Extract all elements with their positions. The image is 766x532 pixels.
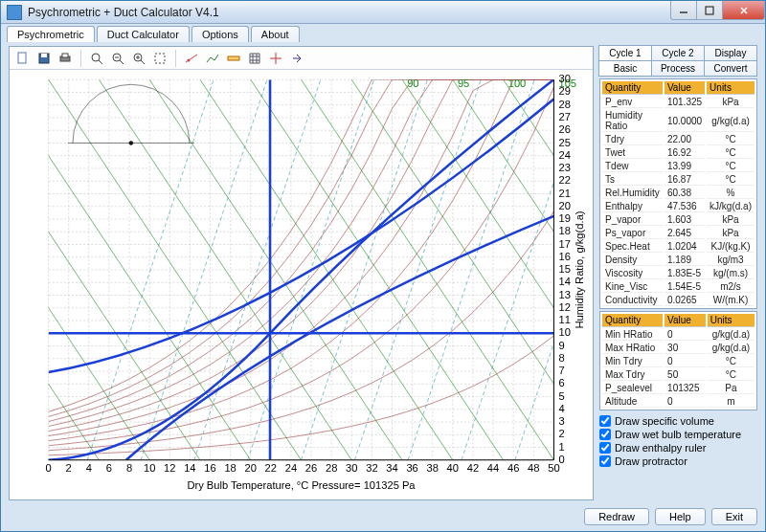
svg-text:14: 14 <box>558 277 570 288</box>
svg-text:5: 5 <box>558 390 564 402</box>
svg-text:30: 30 <box>558 74 570 85</box>
table-row[interactable]: Tdry22.00°C <box>602 134 755 145</box>
svg-text:2: 2 <box>558 429 564 440</box>
svg-text:2: 2 <box>66 462 72 474</box>
ranges-table: QuantityValueUnits Min HRatio0g/kg(d.a)M… <box>599 311 757 410</box>
target-icon[interactable] <box>266 49 285 68</box>
zoom-area-icon[interactable] <box>150 49 169 68</box>
svg-text:25: 25 <box>558 137 570 148</box>
chk-wet-bulb[interactable]: Draw wet bulb temperature <box>599 428 757 441</box>
table-row[interactable]: Min Tdry0°C <box>602 356 755 367</box>
chk-spec-volume[interactable]: Draw specific volume <box>599 414 757 428</box>
svg-text:26: 26 <box>558 124 570 136</box>
zoom-in-icon[interactable] <box>129 49 148 68</box>
zoom-out-icon[interactable] <box>108 49 127 68</box>
table-row[interactable]: Humidity Ratio10.0000g/kg(d.a) <box>602 110 755 132</box>
save-icon[interactable] <box>34 49 54 68</box>
table-row[interactable]: P_env101.325kPa <box>602 97 755 108</box>
svg-text:9: 9 <box>558 340 564 351</box>
svg-rect-4 <box>18 53 26 63</box>
svg-text:18: 18 <box>558 226 570 237</box>
svg-text:1: 1 <box>558 441 564 453</box>
svg-rect-8 <box>62 54 68 57</box>
svg-text:90: 90 <box>407 78 418 90</box>
svg-text:23: 23 <box>558 162 570 173</box>
chk-enthalpy-ruler[interactable]: Draw enthalpy ruler <box>599 441 757 454</box>
maximize-button[interactable] <box>696 1 723 20</box>
svg-text:16: 16 <box>204 462 215 474</box>
svg-line-86 <box>10 80 49 461</box>
table-row[interactable]: Ts16.87°C <box>602 174 755 186</box>
table-row[interactable]: Kine_Visc1.54E-5m2/s <box>602 281 755 293</box>
table-row[interactable]: Max Tdry50°C <box>602 369 755 381</box>
tab-basic[interactable]: Basic <box>598 60 652 77</box>
table-row[interactable]: Conductivity0.0265W/(m.K) <box>602 295 755 306</box>
tab-convert[interactable]: Convert <box>704 60 757 77</box>
redraw-button[interactable]: Redraw <box>584 508 649 525</box>
svg-text:27: 27 <box>558 111 570 122</box>
table-row[interactable]: Viscosity1.83E-5kg/(m.s) <box>602 268 755 279</box>
table-row[interactable]: Altitude0m <box>602 396 755 408</box>
svg-text:48: 48 <box>528 462 539 474</box>
tab-cycle1[interactable]: Cycle 1 <box>598 45 652 61</box>
svg-text:7: 7 <box>558 365 564 376</box>
chk-protractor[interactable]: Draw protractor <box>599 454 757 468</box>
print-icon[interactable] <box>56 49 75 68</box>
svg-text:21: 21 <box>558 188 570 199</box>
svg-text:95: 95 <box>458 78 469 90</box>
svg-text:11: 11 <box>558 314 570 325</box>
tab-duct-calculator[interactable]: Duct Calculator <box>97 26 190 42</box>
table-row[interactable]: Spec.Heat1.0204KJ/(kg.K) <box>602 241 755 253</box>
table-row[interactable]: Rel.Humidity60.38% <box>602 188 755 199</box>
svg-text:29: 29 <box>558 86 570 98</box>
table-row[interactable]: Density1.189kg/m3 <box>602 255 755 266</box>
minimize-button[interactable] <box>670 1 697 20</box>
svg-text:20: 20 <box>245 462 257 474</box>
svg-text:100: 100 <box>508 78 527 90</box>
table-row[interactable]: Max HRatio30g/kg(d.a) <box>602 343 755 354</box>
table-row[interactable]: Twet16.92°C <box>602 147 755 159</box>
svg-text:13: 13 <box>558 289 570 300</box>
tab-options[interactable]: Options <box>192 26 249 42</box>
svg-text:12: 12 <box>558 301 570 313</box>
tab-process[interactable]: Process <box>651 60 705 77</box>
close-button[interactable] <box>722 1 765 20</box>
tab-display[interactable]: Display <box>704 45 757 61</box>
table-row[interactable]: Enthalpy47.536kJ/kg(d.a) <box>602 201 755 212</box>
help-button[interactable]: Help <box>655 508 706 525</box>
zoom-reset-icon[interactable] <box>87 49 106 68</box>
svg-text:12: 12 <box>164 462 175 474</box>
exit-button[interactable]: Exit <box>711 508 757 525</box>
svg-text:24: 24 <box>558 149 570 161</box>
grid-icon[interactable] <box>245 49 264 68</box>
crosshair-icon[interactable] <box>182 49 201 68</box>
draw-options: Draw specific volume Draw wet bulb tempe… <box>599 412 757 470</box>
svg-point-9 <box>92 54 100 61</box>
svg-text:19: 19 <box>558 212 570 224</box>
svg-text:6: 6 <box>558 378 564 389</box>
arrows-icon[interactable] <box>287 49 306 68</box>
tab-about[interactable]: About <box>251 26 300 42</box>
svg-line-10 <box>99 60 102 64</box>
svg-text:14: 14 <box>184 462 195 474</box>
psychrometric-chart[interactable]: 9095100105110115120 kJ/kg(d.a) 024681012… <box>10 70 593 499</box>
table-row[interactable]: Min HRatio0g/kg(d.a) <box>602 329 755 341</box>
table-row[interactable]: P_sealevel101325Pa <box>602 383 755 394</box>
tab-cycle2[interactable]: Cycle 2 <box>651 45 705 61</box>
ruler-icon[interactable] <box>224 49 243 68</box>
table-row[interactable]: P_vapor1.603kPa <box>602 214 755 226</box>
x-axis-label: Dry Bulb Temperature, °C Pressure= 10132… <box>187 480 416 492</box>
svg-text:22: 22 <box>265 462 277 474</box>
app-window: Psychrometric + Duct Calculator V4.1 Psy… <box>0 0 766 532</box>
tab-psychrometric[interactable]: Psychrometric <box>7 26 95 42</box>
svg-text:10: 10 <box>144 462 155 474</box>
app-icon <box>7 5 22 20</box>
chart-line-icon[interactable] <box>203 49 222 68</box>
table-row[interactable]: Ps_vapor2.645kPa <box>602 228 755 239</box>
new-icon[interactable] <box>13 49 33 68</box>
window-title: Psychrometric + Duct Calculator V4.1 <box>28 6 671 19</box>
table-row[interactable]: Tdew13.99°C <box>602 161 755 172</box>
svg-point-20 <box>188 58 191 61</box>
svg-text:36: 36 <box>406 462 417 474</box>
svg-text:40: 40 <box>447 462 459 474</box>
